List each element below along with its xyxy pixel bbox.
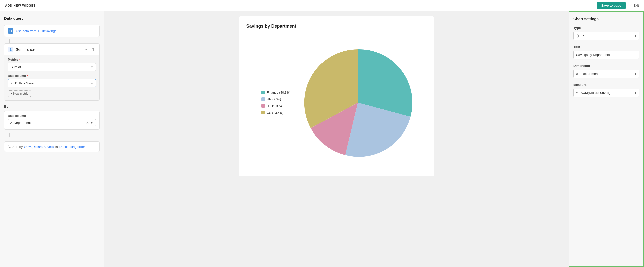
sort-block: ⇅ Sort by SUM(Dollars Saved) in Descendi… (4, 141, 100, 152)
type-section: Type ⬡ Pie Bar Line Donut ▼ (573, 26, 639, 40)
main-layout: Data query ⬡ Use data from ROI/Savings Σ… (0, 11, 644, 267)
summarize-left: Σ Summarize (8, 47, 35, 52)
sort-section: ⇅ Sort by SUM(Dollars Saved) in Descendi… (4, 141, 100, 152)
legend-dot-it (261, 104, 265, 108)
measure-section: Measure # SUM(Dollars Saved) AVG(Dollars… (573, 83, 639, 97)
connector-line-2 (9, 133, 10, 137)
pie-chart (304, 49, 412, 157)
pie-svg (304, 49, 412, 157)
measure-select-wrapper: # SUM(Dollars Saved) AVG(Dollars Saved) … (573, 89, 639, 97)
chart-settings-title: Chart settings (573, 17, 639, 21)
measure-label: Measure (573, 83, 639, 87)
legend-area: Finance (40.3%) HR (27%) IT (19.3%) CS (… (261, 91, 296, 115)
page-title: ADD NEW WIDGET (5, 4, 36, 7)
summarize-delete-button[interactable]: 🗑 (90, 47, 96, 52)
chart-title: Savings by Department (246, 24, 427, 29)
by-section: By Data column A Department ✕ ▼ (4, 105, 100, 130)
dimension-label: Dimension (573, 64, 639, 68)
summarize-block: Σ Summarize ≡ 🗑 Metrics * Sum of Co (4, 43, 100, 101)
close-icon: ✕ (630, 4, 632, 7)
department-value: Department (14, 121, 85, 125)
chart-body: Finance (40.3%) HR (27%) IT (19.3%) CS (… (246, 36, 427, 169)
legend-label-finance: Finance (40.3%) (267, 91, 291, 94)
type-select[interactable]: Pie Bar Line Donut (573, 32, 639, 40)
title-section: Title (573, 45, 639, 59)
sigma-icon: Σ (8, 47, 13, 52)
summarize-settings-button[interactable]: ≡ (84, 47, 88, 52)
data-source-text: Use data from ROI/Savings (16, 29, 56, 33)
data-source-block: ⬡ Use data from ROI/Savings (4, 25, 100, 37)
metrics-required-star: * (19, 58, 20, 61)
department-dropdown-button[interactable]: ▼ (90, 121, 94, 124)
legend-item-hr: HR (27%) (261, 97, 296, 101)
top-bar-actions: Save to page ✕ Exit (597, 2, 639, 9)
legend-item-finance: Finance (40.3%) (261, 91, 296, 94)
title-input[interactable] (573, 51, 639, 59)
summarize-label: Summarize (16, 47, 35, 51)
by-data-column-label: Data column (8, 114, 96, 118)
datasource-link[interactable]: ROI/Savings (38, 29, 56, 33)
data-column-select-wrapper: # Dollars Saved Amount Budget ▼ (8, 79, 96, 87)
exit-button[interactable]: ✕ Exit (630, 4, 639, 7)
dimension-select-wrapper: A Department Region Team ▼ (573, 70, 639, 78)
database-icon: ⬡ (8, 28, 13, 34)
type-label: Type (573, 26, 639, 30)
legend-dot-finance (261, 91, 265, 94)
data-query-title: Data query (4, 16, 100, 20)
legend-item-cs: CS (13.5%) (261, 111, 296, 115)
connector-line (9, 39, 10, 43)
dimension-section: Dimension A Department Region Team ▼ (573, 64, 639, 78)
legend-dot-hr (261, 97, 265, 101)
save-button[interactable]: Save to page (597, 2, 626, 9)
data-column-select[interactable]: Dollars Saved Amount Budget (8, 79, 96, 87)
metrics-select-wrapper: Sum of Count Average Min Max ▼ (8, 63, 96, 71)
dept-type-icon: A (10, 121, 12, 125)
summarize-header: Σ Summarize ≡ 🗑 (4, 44, 99, 55)
type-select-wrapper: ⬡ Pie Bar Line Donut ▼ (573, 32, 639, 40)
department-select-inner: A Department ✕ ▼ (8, 119, 96, 126)
legend-dot-cs (261, 111, 265, 114)
summarize-content: Metrics * Sum of Count Average Min Max ▼ (4, 55, 99, 100)
legend-label-it: IT (19.3%) (267, 104, 282, 108)
data-column-required-star: * (27, 74, 28, 78)
by-label: By (4, 105, 100, 108)
legend-item-it: IT (19.3%) (261, 104, 296, 108)
sort-column-link[interactable]: SUM(Dollars Saved) (24, 145, 54, 149)
new-metric-button[interactable]: + New metric (8, 90, 31, 97)
dimension-select[interactable]: Department Region Team (573, 70, 639, 78)
department-clear-button[interactable]: ✕ (85, 121, 90, 125)
metrics-label: Metrics * (8, 58, 96, 61)
legend-label-cs: CS (13.5%) (267, 111, 284, 115)
legend-label-hr: HR (27%) (267, 97, 281, 101)
top-bar: ADD NEW WIDGET Save to page ✕ Exit (0, 0, 644, 11)
measure-select[interactable]: SUM(Dollars Saved) AVG(Dollars Saved) CO… (573, 89, 639, 97)
sort-direction-link[interactable]: Descending order (59, 145, 85, 149)
chart-preview: Savings by Department Finance (40.3%) HR… (239, 16, 434, 176)
right-panel: Chart settings Type ⬡ Pie Bar Line Donut… (569, 11, 644, 267)
center-panel: Savings by Department Finance (40.3%) HR… (104, 11, 569, 267)
by-block: Data column A Department ✕ ▼ (4, 111, 100, 130)
data-column-label: Data column * (8, 74, 96, 78)
title-field-label: Title (573, 45, 639, 49)
summarize-actions: ≡ 🗑 (84, 47, 96, 52)
left-panel: Data query ⬡ Use data from ROI/Savings Σ… (0, 11, 104, 267)
metrics-select[interactable]: Sum of Count Average Min Max (8, 63, 96, 71)
sort-icon: ⇅ (8, 145, 11, 149)
